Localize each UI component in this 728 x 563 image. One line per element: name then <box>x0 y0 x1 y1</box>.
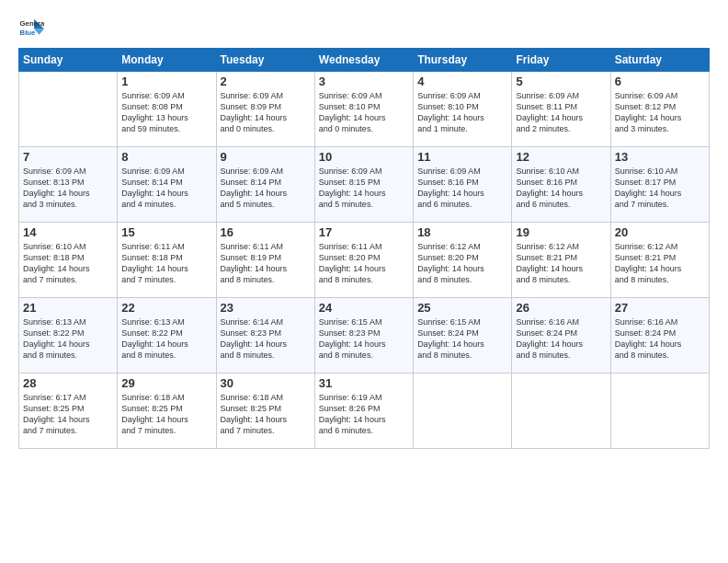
header: General Blue <box>18 15 710 40</box>
day-number: 19 <box>516 225 606 239</box>
day-number: 9 <box>221 150 311 164</box>
calendar-cell: 13Sunrise: 6:10 AM Sunset: 8:17 PM Dayli… <box>610 147 709 223</box>
calendar-cell: 31Sunrise: 6:19 AM Sunset: 8:26 PM Dayli… <box>314 373 413 449</box>
header-cell-saturday: Saturday <box>610 49 709 72</box>
day-info: Sunrise: 6:09 AM Sunset: 8:10 PM Dayligh… <box>417 90 507 135</box>
calendar-cell <box>19 72 118 147</box>
calendar-cell: 3Sunrise: 6:09 AM Sunset: 8:10 PM Daylig… <box>314 72 413 147</box>
day-info: Sunrise: 6:13 AM Sunset: 8:22 PM Dayligh… <box>23 316 113 362</box>
calendar-cell: 7Sunrise: 6:09 AM Sunset: 8:13 PM Daylig… <box>19 147 118 223</box>
day-number: 20 <box>615 225 705 239</box>
svg-text:General: General <box>20 19 44 28</box>
calendar-cell: 20Sunrise: 6:12 AM Sunset: 8:21 PM Dayli… <box>610 223 709 298</box>
day-info: Sunrise: 6:12 AM Sunset: 8:21 PM Dayligh… <box>516 241 606 286</box>
calendar-cell: 6Sunrise: 6:09 AM Sunset: 8:12 PM Daylig… <box>610 72 709 147</box>
calendar-cell: 8Sunrise: 6:09 AM Sunset: 8:14 PM Daylig… <box>118 147 216 223</box>
header-cell-tuesday: Tuesday <box>216 49 314 72</box>
calendar-cell: 18Sunrise: 6:12 AM Sunset: 8:20 PM Dayli… <box>414 223 512 298</box>
calendar-cell: 30Sunrise: 6:18 AM Sunset: 8:25 PM Dayli… <box>216 373 314 449</box>
day-info: Sunrise: 6:11 AM Sunset: 8:18 PM Dayligh… <box>121 241 211 286</box>
header-cell-monday: Monday <box>118 49 216 72</box>
calendar-cell <box>610 373 709 449</box>
header-cell-sunday: Sunday <box>19 49 118 72</box>
week-row-4: 21Sunrise: 6:13 AM Sunset: 8:22 PM Dayli… <box>19 298 710 373</box>
day-number: 1 <box>121 75 211 88</box>
calendar-cell: 16Sunrise: 6:11 AM Sunset: 8:19 PM Dayli… <box>216 223 314 298</box>
calendar-cell: 11Sunrise: 6:09 AM Sunset: 8:16 PM Dayli… <box>414 147 512 223</box>
week-row-3: 14Sunrise: 6:10 AM Sunset: 8:18 PM Dayli… <box>19 223 710 298</box>
day-info: Sunrise: 6:16 AM Sunset: 8:24 PM Dayligh… <box>516 316 606 362</box>
calendar-cell: 24Sunrise: 6:15 AM Sunset: 8:23 PM Dayli… <box>314 298 413 373</box>
day-info: Sunrise: 6:15 AM Sunset: 8:24 PM Dayligh… <box>417 316 507 362</box>
calendar-cell <box>512 373 610 449</box>
calendar-table: SundayMondayTuesdayWednesdayThursdayFrid… <box>18 48 710 449</box>
calendar-cell: 10Sunrise: 6:09 AM Sunset: 8:15 PM Dayli… <box>314 147 413 223</box>
week-row-5: 28Sunrise: 6:17 AM Sunset: 8:25 PM Dayli… <box>19 373 710 449</box>
header-row: SundayMondayTuesdayWednesdayThursdayFrid… <box>19 49 710 72</box>
calendar-cell: 2Sunrise: 6:09 AM Sunset: 8:09 PM Daylig… <box>216 72 314 147</box>
calendar-cell: 19Sunrise: 6:12 AM Sunset: 8:21 PM Dayli… <box>512 223 610 298</box>
day-info: Sunrise: 6:12 AM Sunset: 8:20 PM Dayligh… <box>417 241 507 286</box>
day-number: 5 <box>516 75 606 88</box>
day-info: Sunrise: 6:18 AM Sunset: 8:25 PM Dayligh… <box>221 392 311 437</box>
day-number: 6 <box>615 75 705 88</box>
calendar-cell: 27Sunrise: 6:16 AM Sunset: 8:24 PM Dayli… <box>610 298 709 373</box>
day-number: 28 <box>23 376 113 390</box>
day-info: Sunrise: 6:19 AM Sunset: 8:26 PM Dayligh… <box>319 392 409 437</box>
day-info: Sunrise: 6:09 AM Sunset: 8:11 PM Dayligh… <box>516 90 606 135</box>
day-info: Sunrise: 6:10 AM Sunset: 8:16 PM Dayligh… <box>516 166 606 211</box>
day-number: 14 <box>23 225 113 239</box>
calendar-cell: 26Sunrise: 6:16 AM Sunset: 8:24 PM Dayli… <box>512 298 610 373</box>
day-number: 24 <box>319 301 409 315</box>
day-info: Sunrise: 6:09 AM Sunset: 8:15 PM Dayligh… <box>319 166 409 211</box>
day-number: 10 <box>319 150 409 164</box>
day-number: 31 <box>319 376 409 390</box>
calendar-cell: 17Sunrise: 6:11 AM Sunset: 8:20 PM Dayli… <box>314 223 413 298</box>
day-info: Sunrise: 6:11 AM Sunset: 8:19 PM Dayligh… <box>221 241 311 286</box>
svg-text:Blue: Blue <box>20 29 37 37</box>
calendar-cell: 5Sunrise: 6:09 AM Sunset: 8:11 PM Daylig… <box>512 72 610 147</box>
calendar-cell: 14Sunrise: 6:10 AM Sunset: 8:18 PM Dayli… <box>19 223 118 298</box>
day-info: Sunrise: 6:12 AM Sunset: 8:21 PM Dayligh… <box>615 241 705 286</box>
day-number: 3 <box>319 75 409 88</box>
day-number: 11 <box>417 150 507 164</box>
calendar-cell: 28Sunrise: 6:17 AM Sunset: 8:25 PM Dayli… <box>19 373 118 449</box>
week-row-2: 7Sunrise: 6:09 AM Sunset: 8:13 PM Daylig… <box>19 147 710 223</box>
day-number: 4 <box>417 75 507 88</box>
day-number: 12 <box>516 150 606 164</box>
day-info: Sunrise: 6:18 AM Sunset: 8:25 PM Dayligh… <box>121 392 211 437</box>
calendar-cell: 4Sunrise: 6:09 AM Sunset: 8:10 PM Daylig… <box>414 72 512 147</box>
day-number: 21 <box>23 301 113 315</box>
logo: General Blue <box>18 15 44 40</box>
day-info: Sunrise: 6:13 AM Sunset: 8:22 PM Dayligh… <box>121 316 211 362</box>
day-info: Sunrise: 6:14 AM Sunset: 8:23 PM Dayligh… <box>221 316 311 362</box>
day-info: Sunrise: 6:10 AM Sunset: 8:17 PM Dayligh… <box>615 166 705 211</box>
day-info: Sunrise: 6:09 AM Sunset: 8:08 PM Dayligh… <box>121 90 211 135</box>
calendar-cell: 1Sunrise: 6:09 AM Sunset: 8:08 PM Daylig… <box>118 72 216 147</box>
day-number: 30 <box>221 376 311 390</box>
day-info: Sunrise: 6:11 AM Sunset: 8:20 PM Dayligh… <box>319 241 409 286</box>
day-info: Sunrise: 6:09 AM Sunset: 8:16 PM Dayligh… <box>417 166 507 211</box>
calendar-cell: 15Sunrise: 6:11 AM Sunset: 8:18 PM Dayli… <box>118 223 216 298</box>
day-info: Sunrise: 6:09 AM Sunset: 8:13 PM Dayligh… <box>23 166 113 211</box>
day-info: Sunrise: 6:17 AM Sunset: 8:25 PM Dayligh… <box>23 392 113 437</box>
day-number: 8 <box>121 150 211 164</box>
day-number: 27 <box>615 301 705 315</box>
header-cell-wednesday: Wednesday <box>314 49 413 72</box>
day-number: 2 <box>221 75 311 88</box>
day-info: Sunrise: 6:16 AM Sunset: 8:24 PM Dayligh… <box>615 316 705 362</box>
day-number: 17 <box>319 225 409 239</box>
day-number: 25 <box>417 301 507 315</box>
day-info: Sunrise: 6:09 AM Sunset: 8:14 PM Dayligh… <box>121 166 211 211</box>
day-info: Sunrise: 6:09 AM Sunset: 8:14 PM Dayligh… <box>221 166 311 211</box>
day-number: 23 <box>221 301 311 315</box>
day-info: Sunrise: 6:15 AM Sunset: 8:23 PM Dayligh… <box>319 316 409 362</box>
day-info: Sunrise: 6:09 AM Sunset: 8:10 PM Dayligh… <box>319 90 409 135</box>
day-number: 15 <box>121 225 211 239</box>
day-info: Sunrise: 6:10 AM Sunset: 8:18 PM Dayligh… <box>23 241 113 286</box>
day-number: 18 <box>417 225 507 239</box>
day-number: 29 <box>121 376 211 390</box>
calendar-cell: 22Sunrise: 6:13 AM Sunset: 8:22 PM Dayli… <box>118 298 216 373</box>
calendar-cell: 12Sunrise: 6:10 AM Sunset: 8:16 PM Dayli… <box>512 147 610 223</box>
calendar-cell: 25Sunrise: 6:15 AM Sunset: 8:24 PM Dayli… <box>414 298 512 373</box>
